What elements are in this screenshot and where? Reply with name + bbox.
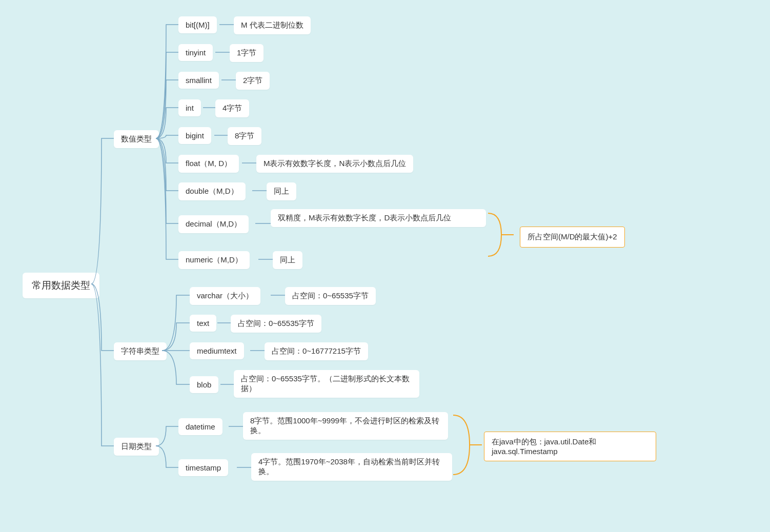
date-timestamp[interactable]: timestamp: [178, 459, 228, 476]
numeric-bigint-desc: 8字节: [228, 127, 261, 145]
numeric-tinyint-desc: 1字节: [230, 44, 264, 62]
numeric-smallint[interactable]: smallint: [178, 72, 219, 89]
numeric-smallint-desc: 2字节: [236, 72, 270, 90]
numeric-double[interactable]: double（M,D）: [178, 182, 246, 200]
string-mediumtext[interactable]: mediumtext: [190, 342, 244, 359]
numeric-bit[interactable]: bit[(M)]: [178, 16, 217, 33]
string-mediumtext-desc: 占空间：0~16777215字节: [265, 342, 368, 360]
date-datetime[interactable]: datetime: [178, 418, 222, 435]
numeric-numeric-desc: 同上: [273, 251, 302, 269]
date-datetime-desc: 8字节。范围1000年~9999年，不会进行时区的检索及转换。: [243, 412, 448, 440]
category-string[interactable]: 字符串类型: [114, 342, 167, 360]
string-text-desc: 占空间：0~65535字节: [231, 315, 321, 333]
annotation-date-java: 在java中的包：java.util.Date和java.sql.Timesta…: [484, 432, 656, 461]
numeric-decimal[interactable]: decimal（M,D）: [178, 215, 249, 233]
string-varchar[interactable]: varchar（大小）: [190, 287, 260, 305]
numeric-int-desc: 4字节: [215, 99, 249, 117]
category-numeric[interactable]: 数值类型: [114, 130, 159, 148]
numeric-double-desc: 同上: [267, 182, 296, 200]
numeric-numeric[interactable]: numeric（M,D）: [178, 251, 250, 269]
string-text[interactable]: text: [190, 315, 216, 332]
string-blob-desc: 占空间：0~65535字节。（二进制形式的长文本数据）: [234, 370, 419, 398]
root-node[interactable]: 常用数据类型: [23, 273, 99, 298]
numeric-float-desc: M表示有效数字长度，N表示小数点后几位: [256, 155, 413, 173]
string-varchar-desc: 占空间：0~65535字节: [285, 287, 376, 305]
numeric-tinyint[interactable]: tinyint: [178, 44, 213, 61]
string-blob[interactable]: blob: [190, 376, 218, 393]
numeric-float[interactable]: float（M, D）: [178, 155, 239, 173]
numeric-int[interactable]: int: [178, 99, 201, 116]
annotation-decimal-space: 所占空间(M/D的最大值)+2: [520, 227, 625, 248]
date-timestamp-desc: 4字节。范围1970年~2038年，自动检索当前时区并转换。: [251, 453, 452, 481]
numeric-bigint[interactable]: bigint: [178, 127, 211, 144]
numeric-bit-desc: M 代表二进制位数: [234, 16, 311, 34]
category-date[interactable]: 日期类型: [114, 438, 159, 456]
numeric-decimal-desc: 双精度，M表示有效数字长度，D表示小数点后几位: [271, 209, 486, 227]
